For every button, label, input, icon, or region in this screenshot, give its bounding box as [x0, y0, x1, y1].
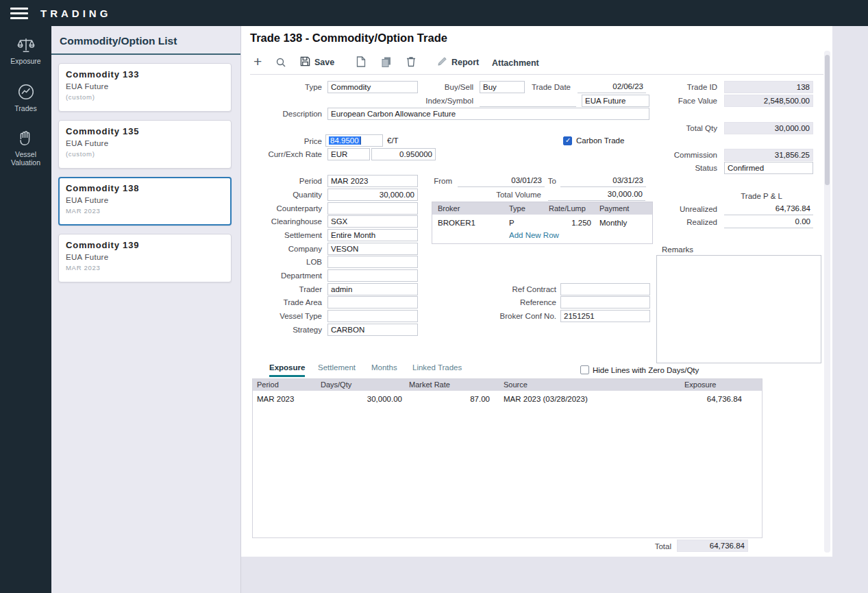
exposure-cell: 87.00 [409, 393, 490, 405]
company-field[interactable]: VESON [327, 243, 418, 255]
attachment-label: Attachment [492, 58, 539, 68]
new-document-button[interactable] [356, 56, 366, 69]
exposure-col-header: Period [257, 379, 279, 391]
list-panel-title: Commodity/Option List [51, 26, 240, 55]
price-field[interactable]: 84.9500 [325, 134, 383, 147]
strategy-field[interactable]: CARBON [327, 324, 418, 336]
carbon-trade-checkbox[interactable] [563, 136, 572, 145]
copy-button[interactable] [381, 56, 392, 69]
description-field[interactable]: European Carbon Allowance Future [327, 108, 649, 120]
exposure-cell: 64,736.84 [684, 393, 742, 405]
status-field[interactable]: Confirmed [724, 162, 813, 174]
report-label: Report [451, 58, 479, 67]
sidebar-item-vessel-valuation[interactable]: Vessel Valuation [0, 130, 51, 167]
face-value-field: 2,548,500.00 [724, 95, 813, 107]
broker-cell: Monthly [599, 217, 627, 228]
exposure-cell: 30,000.00 [321, 393, 402, 405]
list-item-commodity-135[interactable]: Commodity 135 EUA Future (custom) [58, 120, 232, 169]
broker-table-header: Broker Type Rate/Lump Payment [432, 202, 652, 215]
index-symbol-field[interactable] [480, 95, 576, 107]
main-area: Trade 138 - Commodity/Option Trade + Sav… [241, 26, 868, 593]
hide-zero-lines-checkbox[interactable] [580, 365, 589, 374]
currency-field[interactable]: EUR [327, 148, 370, 160]
scrollbar-thumb[interactable] [825, 55, 830, 185]
exposure-col-header: Exposure [684, 379, 716, 391]
curr-exch-rate-label: Curr/Exch Rate [219, 149, 322, 160]
vessel-type-field[interactable] [327, 310, 418, 322]
search-icon [275, 57, 286, 70]
commodity-option-list-panel: Commodity/Option List Commodity 133 EUA … [51, 26, 241, 593]
trade-date-label: Trade Date [468, 82, 571, 93]
tab-exposure[interactable]: Exposure [269, 363, 305, 377]
document-icon [356, 56, 366, 69]
attachment-button[interactable]: Attachment [492, 56, 539, 70]
sidebar-item-exposure[interactable]: Exposure [0, 37, 51, 65]
settlement-field[interactable]: Entire Month [327, 229, 418, 241]
lob-label: LOB [219, 256, 322, 268]
sidebar-item-label: Exposure [9, 57, 42, 65]
hand-icon [17, 130, 35, 147]
to-label: To [454, 176, 556, 187]
plus-icon: + [253, 56, 262, 68]
add-new-row-link[interactable]: Add New Row [509, 231, 559, 239]
sidebar-item-trades[interactable]: Trades [0, 83, 51, 112]
face-value-label: Face Value [615, 95, 717, 107]
report-button[interactable]: Report [437, 56, 479, 69]
clearinghouse-field[interactable]: SGX [327, 215, 418, 228]
broker-conf-no-field[interactable]: 2151251 [560, 310, 650, 322]
floppy-icon [300, 56, 310, 69]
vertical-scrollbar[interactable] [824, 51, 830, 553]
exposure-table-header: Period Days/Qty Market Rate Source Expos… [253, 379, 762, 391]
commission-label: Commission [615, 149, 717, 161]
delete-button[interactable] [406, 56, 416, 69]
department-label: Department [219, 270, 322, 282]
save-button[interactable]: Save [300, 56, 334, 69]
search-button[interactable] [275, 56, 286, 70]
quantity-field[interactable]: 30,000.00 [327, 189, 418, 201]
remarks-box[interactable] [656, 255, 821, 363]
tab-settlement[interactable]: Settlement [318, 363, 356, 375]
quantity-label: Quantity [219, 189, 322, 201]
add-button[interactable]: + [253, 55, 262, 69]
lob-field[interactable] [327, 256, 418, 268]
app-title: TRADING [40, 8, 111, 19]
exposure-cell: MAR 2023 [257, 393, 294, 405]
sidebar-item-label: Trades [13, 104, 38, 112]
sidebar-item-label: Vessel Valuation [0, 150, 51, 167]
price-label: Price [219, 136, 322, 147]
total-field: 64,736.84 [677, 540, 748, 552]
strategy-label: Strategy [219, 324, 322, 336]
buy-sell-label: Buy/Sell [371, 82, 473, 93]
broker-col-header: Broker [438, 202, 460, 215]
ref-contract-label: Ref Contract [454, 284, 556, 295]
trade-area-label: Trade Area [219, 297, 322, 308]
status-label: Status [615, 162, 717, 174]
total-volume-field: 30,000.00 [548, 189, 645, 201]
page-title: Trade 138 - Commodity/Option Trade [250, 32, 447, 45]
pnl-title: Trade P & L [680, 191, 782, 202]
broker-conf-no-label: Broker Conf No. [454, 311, 556, 322]
counterparty-field[interactable] [327, 202, 418, 215]
list-item-commodity-138[interactable]: Commodity 138 EUA Future MAR 2023 [58, 177, 232, 226]
reference-field[interactable] [560, 296, 650, 308]
trader-field[interactable]: admin [327, 283, 418, 295]
menu-icon[interactable] [10, 5, 28, 22]
exposure-table-row[interactable]: MAR 2023 30,000.00 87.00 MAR 2023 (03/28… [253, 393, 762, 405]
trash-icon [406, 56, 416, 69]
total-volume-label: Total Volume [438, 189, 541, 201]
card-subtitle: EUA Future [66, 253, 224, 261]
card-meta: MAR 2023 [66, 264, 224, 271]
scales-icon [17, 37, 35, 53]
list-item-commodity-133[interactable]: Commodity 133 EUA Future (custom) [58, 63, 232, 112]
tab-linked-trades[interactable]: Linked Trades [412, 363, 462, 375]
department-field[interactable] [327, 269, 418, 282]
card-title: Commodity 138 [66, 183, 224, 193]
to-date-field[interactable]: 03/31/23 [560, 175, 646, 187]
exch-rate-field[interactable]: 0.950000 [371, 148, 436, 160]
list-item-commodity-139[interactable]: Commodity 139 EUA Future MAR 2023 [58, 234, 232, 282]
exposure-cell: MAR 2023 (03/28/2023) [504, 393, 588, 405]
tab-months[interactable]: Months [371, 363, 397, 375]
ref-contract-field[interactable] [560, 283, 650, 295]
total-qty-field: 30,000.00 [724, 122, 813, 134]
trade-area-field[interactable] [327, 296, 418, 308]
